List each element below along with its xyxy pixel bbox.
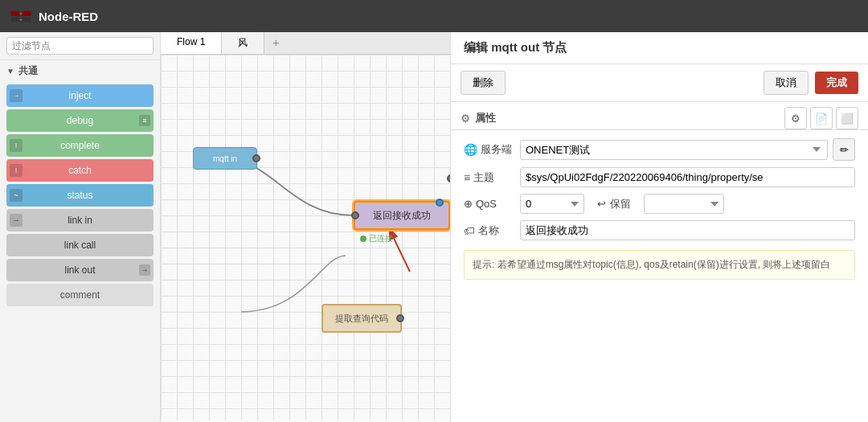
svg-rect-2 xyxy=(11,18,20,23)
flow-node-return[interactable]: 返回接收成功 xyxy=(354,201,450,230)
right-panel: 编辑 mqtt out 节点 删除 取消 完成 ⚙ 属性 ⚙ 📄 ⬜ 🌐 xyxy=(450,32,868,422)
sidebar-item-link-in[interactable]: → link in xyxy=(6,209,154,231)
catch-icon: ! xyxy=(10,164,23,177)
topic-icon: ≡ xyxy=(464,171,470,184)
retain-select[interactable] xyxy=(644,194,724,214)
canvas-tab-flow1[interactable]: Flow 1 xyxy=(161,32,222,54)
topic-label: ≡ 主题 xyxy=(464,170,512,185)
linkin-label: link in xyxy=(13,215,147,226)
inject-label: inject xyxy=(13,90,147,101)
main-layout: ▼ 共通 → inject debug ≡ ! complete ! catch xyxy=(0,32,868,422)
filter-input[interactable] xyxy=(6,37,154,55)
connected-dot xyxy=(360,236,366,242)
done-button[interactable]: 完成 xyxy=(815,72,858,94)
linkcall-label: link call xyxy=(13,240,147,251)
retain-label: ↩ 保留 xyxy=(597,197,631,211)
qos-icon: ⊕ xyxy=(464,198,473,210)
topic-control xyxy=(520,167,855,187)
connected-text: 已连接 xyxy=(369,233,393,244)
debug-label: debug xyxy=(13,115,147,126)
mqtt-in-port-right xyxy=(252,154,260,162)
flow-node-fetch[interactable]: 提取查询代码 xyxy=(321,304,402,333)
canvas-tab-add[interactable]: + xyxy=(264,32,287,54)
status-label: status xyxy=(13,190,147,201)
qos-select[interactable]: 0 xyxy=(520,194,584,214)
app-title: Node-RED xyxy=(39,10,98,23)
panel-tabs: ⚙ 属性 ⚙ 📄 ⬜ xyxy=(451,102,868,130)
panel-tab-icons: ⚙ 📄 ⬜ xyxy=(784,107,858,129)
connected-status-label: 已连接 xyxy=(360,233,393,244)
sidebar-item-link-call[interactable]: link call xyxy=(6,234,154,256)
server-control: ONENET测试 ✏ xyxy=(520,138,855,161)
panel-title: 编辑 mqtt out 节点 xyxy=(451,32,868,64)
status-icon: ~ xyxy=(10,189,23,202)
name-label: 🏷 名称 xyxy=(464,223,512,238)
panel-toolbar: 删除 取消 完成 xyxy=(451,64,868,102)
qos-controls: 0 ↩ 保留 xyxy=(520,194,855,214)
server-edit-button[interactable]: ✏ xyxy=(833,138,855,161)
sidebar-item-debug[interactable]: debug ≡ xyxy=(6,109,154,132)
sidebar: ▼ 共通 → inject debug ≡ ! complete ! catch xyxy=(0,32,161,422)
form-row-topic: ≡ 主题 xyxy=(464,167,855,187)
form-row-qos: ⊕ QoS 0 ↩ 保留 xyxy=(464,194,855,214)
app-header: Node-RED xyxy=(0,0,868,32)
svg-rect-3 xyxy=(23,18,31,23)
node-red-logo-icon xyxy=(10,8,32,24)
linkin-icon: → xyxy=(10,214,23,227)
mqtt-in-label: mqtt in xyxy=(213,154,237,163)
server-icon: 🌐 xyxy=(464,143,477,156)
return-node-label: 返回接收成功 xyxy=(373,209,431,223)
server-select[interactable]: ONENET测试 xyxy=(520,140,828,160)
inject-port-icon: → xyxy=(10,89,23,102)
retain-icon: ↩ xyxy=(597,198,606,210)
flow-node-mqtt-in[interactable]: mqtt in xyxy=(193,147,257,170)
panel-form: 🌐 服务端 ONENET测试 ✏ ≡ 主题 xyxy=(451,130,868,291)
hint-box: 提示: 若希望通过msg属性对topic(信息), qos及retain(保留)… xyxy=(464,250,855,280)
name-control xyxy=(520,220,855,240)
tab-icon-settings[interactable]: ⚙ xyxy=(784,107,807,129)
topic-input[interactable] xyxy=(520,167,855,187)
return-port-top xyxy=(436,199,444,207)
svg-rect-1 xyxy=(23,11,31,16)
hint-text: 提示: 若希望通过msg属性对topic(信息), qos及retain(保留)… xyxy=(473,259,830,270)
canvas-connections-svg xyxy=(161,55,450,420)
sidebar-nodes-list: ▼ 共通 → inject debug ≡ ! complete ! catch xyxy=(0,60,160,422)
sidebar-section-common[interactable]: ▼ 共通 xyxy=(0,60,160,82)
logo: Node-RED xyxy=(10,8,98,24)
tab-icon-description[interactable]: 📄 xyxy=(810,107,833,129)
cancel-button[interactable]: 取消 xyxy=(764,71,809,95)
return-port-left xyxy=(351,211,359,219)
tag-icon: 🏷 xyxy=(464,224,475,237)
gear-icon: ⚙ xyxy=(461,113,470,125)
server-label: 🌐 服务端 xyxy=(464,142,512,157)
canvas-tab-wind[interactable]: 风 xyxy=(222,32,264,54)
complete-label: complete xyxy=(13,140,147,151)
form-row-server: 🌐 服务端 ONENET测试 ✏ xyxy=(464,138,855,161)
func-port-left xyxy=(447,174,450,182)
sidebar-item-status[interactable]: ~ status xyxy=(6,184,154,207)
canvas-grid[interactable]: mqtt in function 返回接收成功 已连接 xyxy=(161,55,450,420)
debug-icon: ≡ xyxy=(139,115,150,126)
tab-icon-appearance[interactable]: ⬜ xyxy=(836,107,858,129)
properties-section-header: ⚙ 属性 xyxy=(461,111,784,125)
section-arrow-icon: ▼ xyxy=(6,67,14,76)
complete-icon: ! xyxy=(10,139,23,152)
canvas-area: Flow 1 风 + xyxy=(161,32,450,422)
sidebar-item-link-out[interactable]: link out → xyxy=(6,259,154,281)
fetch-port-right xyxy=(396,314,404,322)
linkout-icon: → xyxy=(139,264,150,276)
form-row-name: 🏷 名称 xyxy=(464,220,855,240)
catch-label: catch xyxy=(13,165,147,176)
delete-button[interactable]: 删除 xyxy=(461,71,506,95)
sidebar-item-catch[interactable]: ! catch xyxy=(6,159,154,182)
comment-label: comment xyxy=(13,289,147,301)
fetch-label: 提取查询代码 xyxy=(335,313,388,325)
sidebar-item-complete[interactable]: ! complete xyxy=(6,134,154,157)
sidebar-item-comment[interactable]: comment xyxy=(6,284,154,306)
section-label: 共通 xyxy=(18,64,38,78)
linkout-label: link out xyxy=(13,264,147,276)
canvas-tabs: Flow 1 风 + xyxy=(161,32,450,55)
qos-label: ⊕ QoS xyxy=(464,198,512,210)
name-input[interactable] xyxy=(520,220,855,240)
sidebar-item-inject[interactable]: → inject xyxy=(6,84,154,107)
